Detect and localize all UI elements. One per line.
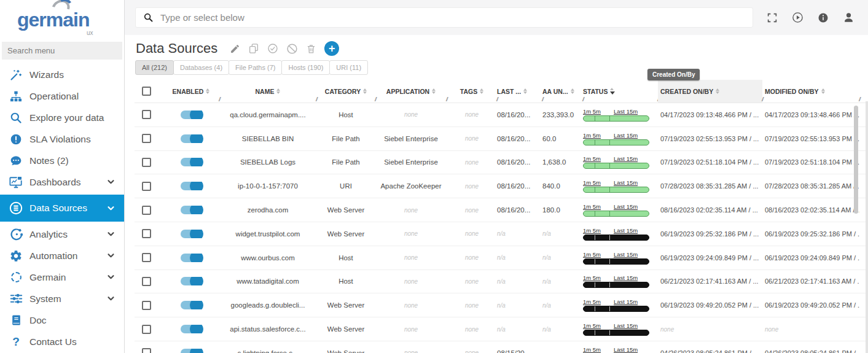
enabled-toggle[interactable]: [181, 325, 201, 333]
table-row[interactable]: www.tatadigital.comHostnonenonen/an/a1m …: [135, 270, 868, 294]
add-data-source-button[interactable]: [324, 41, 339, 56]
status-legend-left[interactable]: 1m 5m: [583, 251, 601, 258]
table-row[interactable]: SIEBELLAB LogsFile PathSiebel Enterprise…: [135, 151, 868, 175]
disable-icon[interactable]: [286, 43, 298, 55]
enabled-toggle[interactable]: [181, 349, 201, 353]
row-checkbox[interactable]: [142, 110, 151, 119]
sort-arrows-icon[interactable]: [363, 88, 367, 95]
tab-hosts-190[interactable]: Hosts (190): [281, 60, 330, 75]
table-row[interactable]: api.status.salesforce.c...Web Servernone…: [135, 317, 868, 341]
sidebar-item-system[interactable]: System: [0, 288, 124, 309]
sort-arrows-icon[interactable]: [206, 88, 209, 95]
copy-icon[interactable]: [248, 43, 259, 54]
status-sparkline[interactable]: 1m 5mLast 15m: [583, 251, 649, 265]
status-sparkline[interactable]: 1m 5mLast 15m: [583, 298, 649, 312]
sidebar-item-notes-2[interactable]: Notes (2): [0, 150, 124, 171]
tab-all-212[interactable]: All (212): [135, 60, 174, 75]
status-legend-left[interactable]: 1m 5m: [583, 203, 601, 210]
status-sparkline[interactable]: 1m 5mLast 15m: [583, 227, 649, 241]
user-icon[interactable]: [843, 12, 854, 23]
status-legend-left[interactable]: 1m 5m: [583, 155, 601, 162]
row-checkbox[interactable]: [142, 158, 151, 167]
status-legend-right[interactable]: Last 15m: [614, 203, 638, 210]
column-header-category[interactable]: CATEGORY//: [316, 80, 375, 103]
status-legend-right[interactable]: Last 15m: [614, 108, 638, 115]
status-sparkline[interactable]: 1m 5mLast 15m: [583, 346, 649, 353]
status-legend-left[interactable]: 1m 5m: [583, 227, 601, 234]
approve-icon[interactable]: [267, 43, 278, 54]
tab-uri-11[interactable]: URI (11): [329, 60, 368, 75]
table-row[interactable]: ip-10-0-1-157:7070URIApache ZooKeepernon…: [135, 174, 868, 198]
table-row[interactable]: SIEBELLAB BINFile PathSiebel Enterprisen…: [135, 127, 868, 151]
fullscreen-icon[interactable]: [767, 12, 778, 23]
tab-databases-4[interactable]: Databases (4): [173, 60, 229, 75]
row-checkbox[interactable]: [142, 134, 151, 143]
status-legend-left[interactable]: 1m 5m: [583, 298, 601, 305]
status-legend-right[interactable]: Last 15m: [614, 298, 638, 305]
sort-arrows-icon[interactable]: [821, 88, 825, 95]
status-legend-left[interactable]: 1m 5m: [583, 179, 601, 186]
enabled-toggle[interactable]: [181, 254, 201, 262]
table-row[interactable]: c.lightning.force.c...Web Servernonenone…: [135, 341, 868, 353]
table-row[interactable]: googleads.g.doublecli...Web Servernoneno…: [135, 293, 868, 317]
sidebar-item-doc[interactable]: Doc: [0, 309, 124, 331]
sort-arrows-icon[interactable]: [571, 88, 574, 95]
column-header-status[interactable]: STATUS//: [583, 80, 658, 103]
status-legend-left[interactable]: 1m 5m: [583, 108, 601, 115]
status-legend-right[interactable]: Last 15m: [614, 132, 638, 139]
status-sparkline[interactable]: 1m 5mLast 15m: [583, 132, 649, 145]
sidebar-item-automation[interactable]: Automation: [0, 245, 124, 266]
column-resize-handle[interactable]: //: [859, 96, 859, 103]
row-checkbox[interactable]: [142, 301, 151, 310]
status-legend-right[interactable]: Last 15m: [614, 274, 638, 281]
status-legend-left[interactable]: 1m 5m: [583, 132, 601, 139]
row-checkbox[interactable]: [142, 348, 151, 353]
edit-icon[interactable]: [230, 44, 240, 54]
status-legend-left[interactable]: 1m 5m: [583, 274, 601, 281]
status-legend-right[interactable]: Last 15m: [614, 155, 638, 162]
global-search[interactable]: [135, 7, 753, 28]
status-legend-right[interactable]: Last 15m: [614, 322, 638, 329]
row-checkbox[interactable]: [142, 182, 151, 191]
sidebar-item-explore-your-data[interactable]: Explore your data: [0, 107, 124, 128]
table-row[interactable]: qa.cloud.germainapm....Hostnonenone08/16…: [135, 103, 868, 127]
sort-arrows-icon[interactable]: [432, 88, 436, 95]
row-checkbox[interactable]: [142, 253, 151, 262]
sort-arrows-icon[interactable]: [523, 88, 527, 95]
status-legend-right[interactable]: Last 15m: [614, 179, 638, 186]
info-icon[interactable]: [818, 12, 829, 23]
sidebar-search-input[interactable]: [2, 42, 122, 60]
status-sparkline[interactable]: 1m 5mLast 15m: [583, 179, 649, 193]
status-sparkline[interactable]: 1m 5mLast 15m: [583, 155, 649, 169]
select-all-checkbox[interactable]: [142, 87, 151, 96]
status-legend-right[interactable]: Last 15m: [614, 346, 638, 353]
status-sparkline[interactable]: 1m 5mLast 15m: [583, 108, 649, 122]
table-row[interactable]: zerodha.comWeb Servernonenone08/16/20...…: [135, 198, 868, 222]
row-checkbox[interactable]: [142, 206, 151, 215]
enabled-toggle[interactable]: [181, 134, 201, 143]
status-legend-right[interactable]: Last 15m: [614, 227, 638, 234]
enabled-toggle[interactable]: [181, 158, 201, 166]
sidebar-item-operational[interactable]: Operational: [0, 85, 124, 107]
column-header-last[interactable]: LAST ...//: [497, 80, 542, 103]
sort-arrows-icon[interactable]: [716, 88, 719, 95]
sidebar-item-data-sources[interactable]: Data Sources: [0, 195, 124, 222]
sidebar-item-dashboards[interactable]: Dashboards: [0, 171, 124, 193]
sort-arrows-icon[interactable]: [276, 88, 280, 95]
status-sparkline[interactable]: 1m 5mLast 15m: [583, 322, 649, 336]
table-row[interactable]: www.ourbus.comHostnonenonen/an/a1m 5mLas…: [135, 246, 868, 270]
enabled-toggle[interactable]: [181, 230, 201, 238]
column-header-enabled[interactable]: ENABLED//: [163, 80, 219, 103]
status-legend-right[interactable]: Last 15m: [614, 251, 638, 258]
column-header-tags[interactable]: TAGS//: [447, 80, 497, 103]
status-sparkline[interactable]: 1m 5mLast 15m: [583, 203, 649, 217]
column-header-application[interactable]: APPLICATION//: [375, 80, 447, 103]
tab-file-paths-7[interactable]: File Paths (7): [229, 60, 282, 75]
column-header-created[interactable]: CREATED ON/BY//: [658, 80, 762, 103]
column-header-aa[interactable]: AA UN...//: [542, 80, 583, 103]
enabled-toggle[interactable]: [181, 301, 201, 309]
sidebar-item-germain[interactable]: Germain: [0, 266, 124, 288]
enabled-toggle[interactable]: [181, 111, 201, 119]
status-sparkline[interactable]: 1m 5mLast 15m: [583, 274, 649, 288]
global-search-input[interactable]: [160, 12, 745, 23]
